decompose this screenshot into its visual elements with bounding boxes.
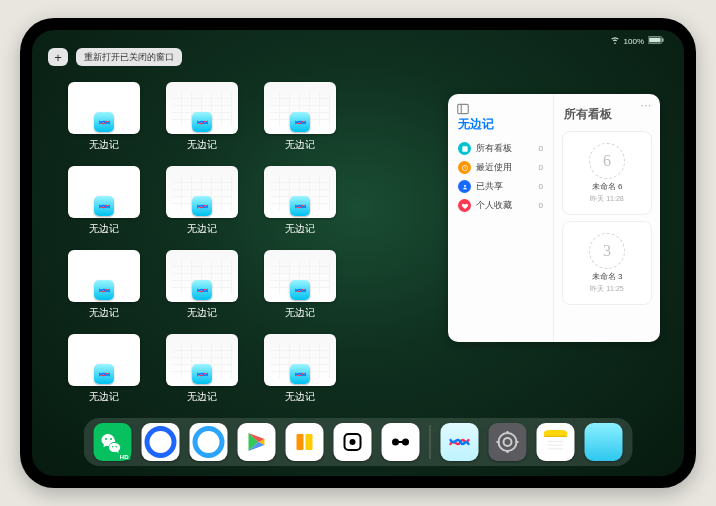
dock-app-wechat[interactable]: HD bbox=[94, 423, 132, 461]
svg-rect-5 bbox=[462, 146, 467, 151]
freeform-icon bbox=[192, 112, 212, 132]
window-preview bbox=[68, 82, 140, 134]
window-preview bbox=[264, 250, 336, 302]
board-name: 未命名 3 bbox=[592, 271, 623, 282]
nav-item-label: 已共享 bbox=[476, 180, 503, 193]
svg-point-16 bbox=[504, 438, 512, 446]
window-thumbnail[interactable]: 无边记 bbox=[68, 334, 140, 404]
panel-left-title: 无边记 bbox=[458, 116, 545, 133]
status-bar: 100% bbox=[32, 34, 684, 48]
window-thumbnail[interactable]: 无边记 bbox=[264, 334, 336, 404]
nav-item-label: 个人收藏 bbox=[476, 199, 512, 212]
recent-icon bbox=[458, 161, 471, 174]
window-thumbnail[interactable]: 无边记 bbox=[166, 166, 238, 236]
svg-rect-23 bbox=[544, 436, 568, 437]
new-window-button[interactable]: + bbox=[48, 48, 68, 66]
window-thumbnail[interactable]: 无边记 bbox=[264, 166, 336, 236]
svg-rect-3 bbox=[458, 104, 469, 113]
window-label: 无边记 bbox=[187, 390, 217, 404]
nav-item-count: 0 bbox=[539, 144, 543, 153]
freeform-sidebar-panel: 无边记 所有看板0最近使用0已共享0个人收藏0 ··· 所有看板 6未命名 6昨… bbox=[448, 94, 660, 342]
window-label: 无边记 bbox=[89, 222, 119, 236]
svg-point-15 bbox=[499, 433, 517, 451]
ipad-frame: 100% + 重新打开已关闭的窗口 无边记无边记无边记无边记无边记无边记无边记无… bbox=[20, 18, 696, 488]
board-card[interactable]: 6未命名 6昨天 11:28 bbox=[562, 131, 652, 215]
board-timestamp: 昨天 11:25 bbox=[590, 284, 623, 294]
panel-left: 无边记 所有看板0最近使用0已共享0个人收藏0 bbox=[448, 94, 554, 342]
freeform-icon bbox=[192, 364, 212, 384]
freeform-icon bbox=[290, 112, 310, 132]
dock-app-notes[interactable] bbox=[537, 423, 575, 461]
panel-right: ··· 所有看板 6未命名 6昨天 11:283未命名 3昨天 11:25 bbox=[554, 94, 660, 342]
svg-rect-2 bbox=[662, 38, 663, 41]
dock-app-play[interactable] bbox=[238, 423, 276, 461]
window-thumbnail[interactable]: 无边记 bbox=[68, 166, 140, 236]
window-preview bbox=[166, 250, 238, 302]
all-boards-icon bbox=[458, 142, 471, 155]
svg-rect-1 bbox=[649, 38, 660, 43]
window-thumbnail[interactable]: 无边记 bbox=[68, 250, 140, 320]
wifi-icon bbox=[610, 35, 620, 47]
dock-app-settings[interactable] bbox=[489, 423, 527, 461]
window-preview bbox=[68, 166, 140, 218]
dock-app-freeform[interactable] bbox=[441, 423, 479, 461]
nav-item-favorite[interactable]: 个人收藏0 bbox=[456, 196, 545, 215]
nav-item-recent[interactable]: 最近使用0 bbox=[456, 158, 545, 177]
window-preview bbox=[68, 334, 140, 386]
window-label: 无边记 bbox=[187, 138, 217, 152]
battery-icon bbox=[648, 36, 664, 46]
window-preview bbox=[166, 82, 238, 134]
window-label: 无边记 bbox=[285, 306, 315, 320]
window-label: 无边记 bbox=[89, 390, 119, 404]
board-name: 未命名 6 bbox=[592, 181, 623, 192]
dock: HD bbox=[84, 418, 633, 466]
window-label: 无边记 bbox=[285, 390, 315, 404]
window-thumbnail[interactable]: 无边记 bbox=[166, 334, 238, 404]
dock-app-browser1[interactable] bbox=[142, 423, 180, 461]
window-thumbnail[interactable]: 无边记 bbox=[264, 250, 336, 320]
battery-text: 100% bbox=[624, 37, 644, 46]
svg-point-7 bbox=[464, 185, 466, 187]
dock-app-dice[interactable] bbox=[334, 423, 372, 461]
nav-item-count: 0 bbox=[539, 182, 543, 191]
favorite-icon bbox=[458, 199, 471, 212]
window-preview bbox=[166, 334, 238, 386]
freeform-icon bbox=[290, 280, 310, 300]
window-label: 无边记 bbox=[89, 138, 119, 152]
freeform-icon bbox=[94, 280, 114, 300]
panel-more-button[interactable]: ··· bbox=[641, 100, 652, 111]
board-timestamp: 昨天 11:28 bbox=[590, 194, 623, 204]
svg-rect-9 bbox=[306, 434, 313, 450]
sidebar-toggle-icon[interactable] bbox=[456, 102, 470, 116]
freeform-icon bbox=[290, 364, 310, 384]
hd-badge: HD bbox=[118, 454, 131, 460]
window-label: 无边记 bbox=[187, 222, 217, 236]
dock-app-books[interactable] bbox=[286, 423, 324, 461]
window-thumbnail[interactable]: 无边记 bbox=[166, 250, 238, 320]
svg-rect-14 bbox=[398, 441, 404, 443]
dock-separator bbox=[430, 425, 431, 459]
window-thumbnail[interactable]: 无边记 bbox=[166, 82, 238, 152]
freeform-icon bbox=[192, 196, 212, 216]
nav-item-shared[interactable]: 已共享0 bbox=[456, 177, 545, 196]
window-thumbnail[interactable]: 无边记 bbox=[264, 82, 336, 152]
nav-item-label: 所有看板 bbox=[476, 142, 512, 155]
window-preview bbox=[68, 250, 140, 302]
shared-icon bbox=[458, 180, 471, 193]
freeform-icon bbox=[94, 196, 114, 216]
window-preview bbox=[264, 82, 336, 134]
dock-app-browser2[interactable] bbox=[190, 423, 228, 461]
nav-item-all-boards[interactable]: 所有看板0 bbox=[456, 139, 545, 158]
board-card[interactable]: 3未命名 3昨天 11:25 bbox=[562, 221, 652, 305]
window-thumbnail[interactable]: 无边记 bbox=[68, 82, 140, 152]
reopen-closed-window-button[interactable]: 重新打开已关闭的窗口 bbox=[76, 48, 182, 66]
window-label: 无边记 bbox=[89, 306, 119, 320]
dock-app-connect[interactable] bbox=[382, 423, 420, 461]
dock-app-library[interactable] bbox=[585, 423, 623, 461]
freeform-icon bbox=[94, 364, 114, 384]
board-sketch: 3 bbox=[589, 233, 625, 269]
freeform-icon bbox=[192, 280, 212, 300]
svg-rect-8 bbox=[297, 434, 304, 450]
top-bar: + 重新打开已关闭的窗口 bbox=[48, 48, 182, 66]
window-preview bbox=[166, 166, 238, 218]
